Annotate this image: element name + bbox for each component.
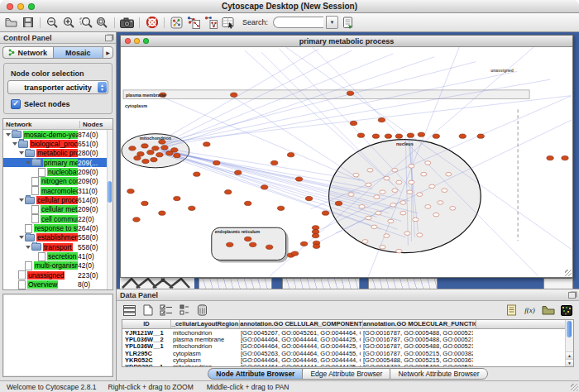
tree-row[interactable]: metabolic process280(0)	[3, 149, 108, 158]
network-node-unselected[interactable]	[400, 211, 406, 215]
function-builder-icon[interactable]: f(x)	[523, 303, 537, 318]
tree-row-label[interactable]: Overview	[27, 280, 58, 289]
network-node[interactable]	[261, 185, 267, 189]
network-node[interactable]	[266, 245, 272, 249]
network-edge[interactable]	[164, 54, 393, 146]
network-node-unselected[interactable]	[404, 232, 410, 236]
delete-attribute-icon[interactable]	[195, 303, 209, 318]
tree-row-label[interactable]: nucleobase-	[47, 168, 78, 176]
tree-expander-icon[interactable]	[25, 246, 31, 249]
tab-network-attribute-browser[interactable]: Network Attribute Browser	[390, 368, 487, 380]
tree-row[interactable]: primary metabo209(...	[3, 158, 108, 167]
tree-row[interactable]: cell communicat22(0)	[3, 214, 108, 223]
tree-row[interactable]: cellular process614(0)	[3, 195, 108, 204]
network-node[interactable]	[245, 201, 251, 205]
import-attributes-icon[interactable]	[541, 303, 555, 318]
network-node[interactable]	[395, 134, 402, 138]
network-node[interactable]	[231, 93, 237, 97]
network-graph[interactable]: plasma membranecytoplasmmitochondrionnuc…	[121, 47, 572, 277]
network-node-unselected[interactable]	[421, 172, 427, 176]
select-nodes-checkbox[interactable]: ✓	[11, 99, 21, 109]
network-node[interactable]	[235, 170, 242, 174]
window-resize-grip[interactable]	[571, 384, 578, 391]
attribute-editor-icon[interactable]	[505, 303, 519, 318]
tree-row[interactable]: mosaic-demo-yeast874(0)	[3, 130, 108, 139]
network-node[interactable]	[357, 133, 364, 137]
network-node-unselected[interactable]	[409, 180, 414, 184]
vizmapper-icon[interactable]	[170, 15, 184, 30]
scroll-up-icon[interactable]: ▲	[566, 351, 573, 359]
network-node-unselected[interactable]	[367, 169, 373, 173]
network-node[interactable]	[174, 154, 180, 158]
network-node[interactable]	[141, 201, 148, 205]
network-node-unselected[interactable]	[438, 201, 443, 205]
tree-expander-icon[interactable]	[12, 142, 18, 146]
network-node-unselected[interactable]	[396, 180, 402, 184]
table-cell[interactable]: YDR039C__1	[122, 363, 170, 367]
network-from-selection-icon[interactable]	[186, 15, 201, 30]
network-node[interactable]	[312, 230, 318, 234]
network-node-unselected[interactable]	[371, 225, 377, 229]
network-node[interactable]	[250, 242, 256, 246]
tree-row[interactable]: cellular metabo209(0)	[3, 205, 108, 214]
network-node[interactable]	[291, 251, 298, 256]
search-index-icon[interactable]	[341, 15, 355, 30]
network-node-unselected[interactable]	[353, 173, 359, 177]
network-node[interactable]	[418, 132, 424, 136]
tree-row-label[interactable]: transport	[43, 243, 73, 251]
network-node-unselected[interactable]	[425, 205, 431, 209]
tree-row-label[interactable]: response to stimul	[34, 224, 78, 232]
table-cell[interactable]: mitochondrion	[170, 363, 238, 367]
tree-row-label[interactable]: secretion	[47, 252, 78, 261]
network-node[interactable]	[127, 189, 134, 194]
tree-row-label[interactable]: nitrogen compo	[41, 177, 78, 185]
network-node[interactable]	[174, 196, 180, 200]
table-column-header[interactable]: annotation.GO MOLECULAR_FUNCTION	[363, 320, 476, 328]
tree-row-label[interactable]: macromolecule	[41, 187, 78, 195]
tree-expander-icon[interactable]	[18, 151, 25, 155]
zoom-in-icon[interactable]	[62, 15, 76, 30]
network-node-unselected[interactable]	[417, 193, 423, 197]
background-window-fragment[interactable]	[282, 278, 360, 289]
network-node-unselected[interactable]	[380, 246, 385, 250]
network-node[interactable]	[277, 206, 284, 210]
network-node[interactable]	[477, 134, 484, 138]
network-node[interactable]	[313, 244, 319, 248]
tree-row[interactable]: secretion41(0)	[3, 251, 108, 261]
network-node-unselected[interactable]	[392, 169, 398, 173]
network-node[interactable]	[159, 211, 165, 215]
tree-row[interactable]: multi-organism pro42(0)	[3, 261, 108, 270]
network-node[interactable]	[194, 172, 200, 176]
background-window-fragment[interactable]	[199, 278, 272, 289]
network-node-unselected[interactable]	[348, 193, 354, 197]
network-node[interactable]	[147, 151, 154, 155]
column-header-nodes[interactable]: Nodes	[80, 121, 112, 128]
network-node-unselected[interactable]	[388, 219, 394, 223]
network-node[interactable]	[171, 148, 178, 152]
network-frame-titlebar[interactable]: primary metabolic process	[121, 36, 572, 47]
network-node[interactable]	[137, 152, 144, 156]
tree-row-label[interactable]: metabolic process	[36, 149, 78, 157]
network-node[interactable]	[407, 133, 414, 137]
attribute-matrix-icon[interactable]	[559, 303, 573, 318]
network-node-unselected[interactable]	[442, 189, 447, 193]
tree-row[interactable]: establishment of lo558(0)	[3, 233, 108, 242]
tree-row-label[interactable]: establishment of lo	[36, 233, 78, 241]
network-node[interactable]	[189, 206, 195, 210]
annotation-grid-icon[interactable]	[221, 15, 235, 30]
network-node-unselected[interactable]	[413, 218, 419, 222]
table-column-header[interactable]: annotation.GO CELLULAR_COMPONENT	[240, 320, 363, 328]
snapshot-camera-icon[interactable]	[120, 15, 134, 30]
table-cell[interactable]: [GO:0044464, GO:0044444, GO:0044425, G..…	[238, 363, 361, 367]
network-node[interactable]	[134, 155, 141, 160]
table-row[interactable]: YDR039C__1mitochondrion[GO:0044464, GO:0…	[122, 363, 566, 367]
background-window-fragment[interactable]	[368, 278, 438, 289]
tree-expander-icon[interactable]	[18, 198, 25, 202]
network-node[interactable]	[133, 218, 140, 222]
network-node[interactable]	[141, 144, 148, 148]
table-icon[interactable]	[122, 303, 136, 318]
network-node-unselected[interactable]	[362, 240, 368, 244]
tree-row[interactable]: nucleobase-209(0)	[3, 167, 108, 176]
birds-eye-view-panel[interactable]	[2, 294, 113, 377]
network-node-unselected[interactable]	[433, 213, 439, 217]
